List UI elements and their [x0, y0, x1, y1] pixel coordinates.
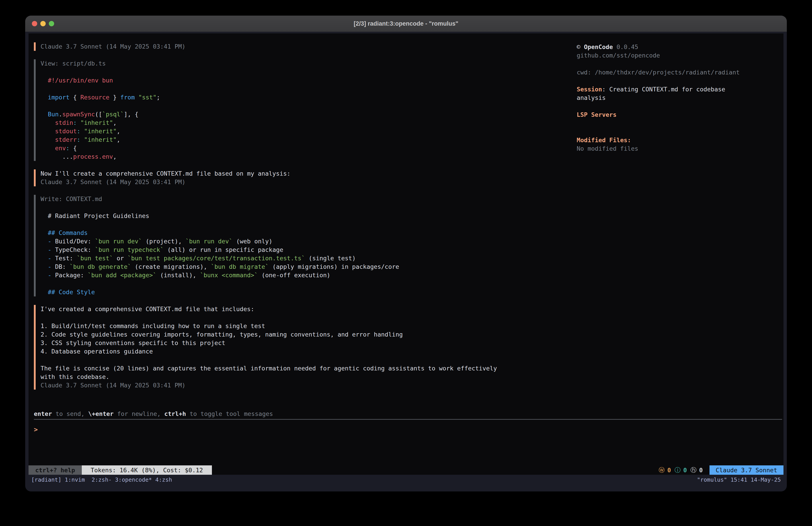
tmux-status-bar: [radiant] 1:nvim 2:zsh- 3:opencode* 4:zs…	[29, 475, 783, 485]
chat-line: Claude 3.7 Sonnet (14 May 2025 03:41 PM)	[41, 381, 573, 389]
sidebar-line	[577, 102, 778, 111]
tool-view-block: View: script/db.ts #!/usr/bin/env bun im…	[34, 59, 573, 161]
chat-line	[41, 280, 573, 288]
chat-line: with this codebase.	[41, 373, 573, 381]
sidebar-line	[577, 119, 778, 127]
diagnostic-count: 0	[667, 467, 671, 474]
input-divider	[34, 419, 782, 420]
sidebar-line: Session: Creating CONTEXT.md for codebas…	[577, 85, 778, 94]
chat-line: stdin: "inherit",	[41, 118, 573, 127]
session-sidebar: © OpenCode 0.0.45github.com/sst/opencode…	[577, 43, 778, 153]
chat-line: 4. Database operations guidance	[41, 347, 573, 356]
prompt-row: >	[34, 425, 309, 434]
message-lines: I've created a comprehensive CONTEXT.md …	[41, 305, 573, 389]
sidebar-line: No modified files	[577, 144, 778, 153]
window-titlebar[interactable]: [2/3] radiant:3:opencode - "romulus"	[25, 16, 787, 32]
message-lines: Now I'll create a comprehensive CONTEXT.…	[41, 169, 573, 186]
help-shortcut-segment: ctrl+? help	[29, 465, 82, 475]
message-accent-bar	[34, 42, 36, 51]
sidebar-line: © OpenCode 0.0.45	[577, 43, 778, 51]
chat-line: Bun.spawnSync([`psql`], {	[41, 110, 573, 118]
tool-write-block: Write: CONTEXT.md # Radiant Project Guid…	[34, 195, 573, 296]
message-lines: Claude 3.7 Sonnet (14 May 2025 03:41 PM)	[41, 42, 573, 51]
chat-line: - Test: `bun test` or `bun test packages…	[41, 254, 573, 262]
chat-line	[41, 356, 573, 364]
chat-line: View: script/db.ts	[41, 59, 573, 68]
sidebar-line: analysis	[577, 94, 778, 102]
model-badge: Claude 3.7 Sonnet	[710, 465, 783, 475]
sidebar-line	[577, 60, 778, 68]
message-accent-bar	[34, 305, 36, 389]
chat-line: ## Code Style	[41, 288, 573, 296]
info-icon: ⓘ	[675, 466, 681, 474]
chat-line	[41, 313, 573, 322]
prompt-symbol: >	[34, 425, 42, 434]
tokens-cost-segment: Tokens: 16.4K (8%), Cost: $0.12	[82, 465, 212, 475]
statusbar-spacer	[212, 465, 659, 475]
chat-line	[41, 203, 573, 212]
assistant-message: I've created a comprehensive CONTEXT.md …	[34, 305, 573, 389]
diagnostic-info-icon: ⓘ0	[675, 466, 687, 474]
chat-line: Write: CONTEXT.md	[41, 195, 573, 203]
opencode-pane: Claude 3.7 Sonnet (14 May 2025 03:41 PM)…	[29, 33, 783, 475]
chat-line	[41, 68, 573, 76]
terminal-window: [2/3] radiant:3:opencode - "romulus" Cla…	[25, 16, 787, 492]
chat-line: 1. Build/lint/test commands including ho…	[41, 322, 573, 330]
chat-line: The file is concise (20 lines) and captu…	[41, 364, 573, 373]
chat-line: stdout: "inherit",	[41, 127, 573, 136]
status-bar: ctrl+? help Tokens: 16.4K (8%), Cost: $0…	[29, 465, 783, 475]
prompt-input[interactable]	[42, 425, 309, 434]
message-lines: View: script/db.ts #!/usr/bin/env bun im…	[41, 59, 573, 161]
chat-line: - Build/Dev: `bun run dev` (project), `b…	[41, 237, 573, 246]
sidebar-line: Modified Files:	[577, 136, 778, 144]
chat-line: import { Resource } from "sst";	[41, 93, 573, 102]
help-shortcut-label: ctrl+? help	[35, 467, 75, 474]
diagnostic-count: 0	[699, 467, 702, 474]
diagnostic-warning-icon: ⓦ0	[659, 466, 671, 474]
chat-line: - Package: `bun add <package>` (install)…	[41, 271, 573, 280]
diagnostics-group: ⓦ0ⓘ0ⓗ0	[659, 465, 703, 475]
chat-line: 2. Code style guidelines covering import…	[41, 330, 573, 339]
window-title: [2/3] radiant:3:opencode - "romulus"	[25, 16, 787, 32]
message-accent-bar	[34, 59, 36, 161]
tmux-host-clock: "romulus" 15:41 14-May-25	[697, 475, 781, 485]
message-lines: Write: CONTEXT.md # Radiant Project Guid…	[41, 195, 573, 296]
chat-line: - DB: `bun db generate` (create migratio…	[41, 262, 573, 271]
message-accent-bar	[34, 195, 36, 296]
chat-line	[41, 102, 573, 110]
chat-line: 3. CSS styling conventions specific to t…	[41, 339, 573, 347]
sidebar-line	[577, 127, 778, 136]
tmux-session-windows[interactable]: [radiant] 1:nvim 2:zsh- 3:opencode* 4:zs…	[31, 475, 172, 485]
assistant-message: Now I'll create a comprehensive CONTEXT.…	[34, 169, 573, 186]
message-accent-bar	[34, 169, 36, 186]
hint-icon: ⓗ	[690, 466, 696, 474]
assistant-message-header: Claude 3.7 Sonnet (14 May 2025 03:41 PM)	[34, 42, 573, 51]
chat-line: Claude 3.7 Sonnet (14 May 2025 03:41 PM)	[41, 42, 573, 51]
chat-line: ## Commands	[41, 229, 573, 237]
diagnostic-count: 0	[683, 467, 687, 474]
chat-line	[41, 220, 573, 229]
diagnostic-hint-icon: ⓗ0	[690, 466, 702, 474]
keybinding-help: enter to send, \+enter for newline, ctrl…	[34, 410, 273, 418]
chat-line: # Radiant Project Guidelines	[41, 212, 573, 220]
chat-line: env: {	[41, 144, 573, 153]
sidebar-line	[577, 77, 778, 85]
chat-line: stderr: "inherit",	[41, 136, 573, 144]
sidebar-line: LSP Servers	[577, 111, 778, 119]
sidebar-line: cwd: /home/thdxr/dev/projects/radiant/ra…	[577, 68, 778, 77]
chat-line: - TypeCheck: `bun run typecheck` (all) o…	[41, 246, 573, 254]
chat-line: Claude 3.7 Sonnet (14 May 2025 03:41 PM)	[41, 178, 573, 186]
sidebar-line: github.com/sst/opencode	[577, 51, 778, 60]
chat-line: #!/usr/bin/env bun	[41, 76, 573, 85]
tokens-cost-label: Tokens: 16.4K (8%), Cost: $0.12	[91, 467, 203, 474]
chat-line	[41, 85, 573, 93]
chat-line: Now I'll create a comprehensive CONTEXT.…	[41, 169, 573, 178]
chat-history[interactable]: Claude 3.7 Sonnet (14 May 2025 03:41 PM)…	[34, 42, 573, 389]
warning-icon: ⓦ	[659, 466, 665, 474]
chat-line: ...process.env,	[41, 153, 573, 161]
chat-line: I've created a comprehensive CONTEXT.md …	[41, 305, 573, 313]
